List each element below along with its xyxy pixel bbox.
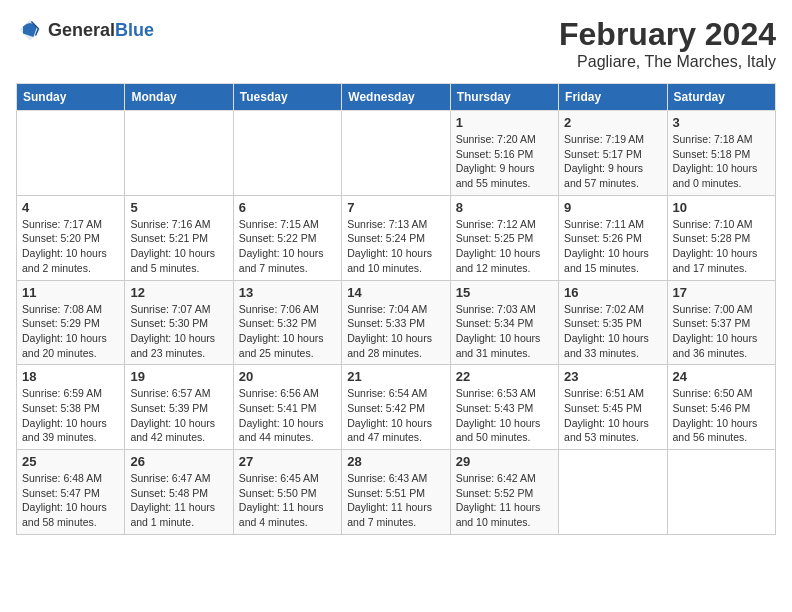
day-number: 27	[239, 454, 336, 469]
day-info: Sunrise: 7:19 AM Sunset: 5:17 PM Dayligh…	[564, 132, 661, 191]
calendar-cell: 13Sunrise: 7:06 AM Sunset: 5:32 PM Dayli…	[233, 280, 341, 365]
day-number: 18	[22, 369, 119, 384]
calendar-cell: 26Sunrise: 6:47 AM Sunset: 5:48 PM Dayli…	[125, 450, 233, 535]
day-number: 17	[673, 285, 770, 300]
day-number: 19	[130, 369, 227, 384]
day-number: 29	[456, 454, 553, 469]
day-info: Sunrise: 6:56 AM Sunset: 5:41 PM Dayligh…	[239, 386, 336, 445]
calendar-cell: 28Sunrise: 6:43 AM Sunset: 5:51 PM Dayli…	[342, 450, 450, 535]
calendar-cell: 10Sunrise: 7:10 AM Sunset: 5:28 PM Dayli…	[667, 195, 775, 280]
day-number: 23	[564, 369, 661, 384]
logo-blue: Blue	[115, 20, 154, 40]
day-info: Sunrise: 6:51 AM Sunset: 5:45 PM Dayligh…	[564, 386, 661, 445]
calendar-header-row: SundayMondayTuesdayWednesdayThursdayFrid…	[17, 84, 776, 111]
day-info: Sunrise: 6:57 AM Sunset: 5:39 PM Dayligh…	[130, 386, 227, 445]
day-number: 4	[22, 200, 119, 215]
day-number: 21	[347, 369, 444, 384]
calendar-cell: 29Sunrise: 6:42 AM Sunset: 5:52 PM Dayli…	[450, 450, 558, 535]
day-number: 26	[130, 454, 227, 469]
day-info: Sunrise: 7:06 AM Sunset: 5:32 PM Dayligh…	[239, 302, 336, 361]
header-friday: Friday	[559, 84, 667, 111]
day-info: Sunrise: 7:08 AM Sunset: 5:29 PM Dayligh…	[22, 302, 119, 361]
day-info: Sunrise: 6:47 AM Sunset: 5:48 PM Dayligh…	[130, 471, 227, 530]
header-thursday: Thursday	[450, 84, 558, 111]
day-number: 7	[347, 200, 444, 215]
day-info: Sunrise: 7:16 AM Sunset: 5:21 PM Dayligh…	[130, 217, 227, 276]
header-monday: Monday	[125, 84, 233, 111]
day-number: 13	[239, 285, 336, 300]
calendar-cell: 16Sunrise: 7:02 AM Sunset: 5:35 PM Dayli…	[559, 280, 667, 365]
calendar-cell: 23Sunrise: 6:51 AM Sunset: 5:45 PM Dayli…	[559, 365, 667, 450]
day-info: Sunrise: 7:00 AM Sunset: 5:37 PM Dayligh…	[673, 302, 770, 361]
calendar-week-row: 25Sunrise: 6:48 AM Sunset: 5:47 PM Dayli…	[17, 450, 776, 535]
calendar-cell: 25Sunrise: 6:48 AM Sunset: 5:47 PM Dayli…	[17, 450, 125, 535]
day-info: Sunrise: 7:17 AM Sunset: 5:20 PM Dayligh…	[22, 217, 119, 276]
day-info: Sunrise: 7:11 AM Sunset: 5:26 PM Dayligh…	[564, 217, 661, 276]
day-info: Sunrise: 7:15 AM Sunset: 5:22 PM Dayligh…	[239, 217, 336, 276]
day-info: Sunrise: 7:03 AM Sunset: 5:34 PM Dayligh…	[456, 302, 553, 361]
day-info: Sunrise: 6:54 AM Sunset: 5:42 PM Dayligh…	[347, 386, 444, 445]
calendar-cell: 6Sunrise: 7:15 AM Sunset: 5:22 PM Daylig…	[233, 195, 341, 280]
title-block: February 2024 Pagliare, The Marches, Ita…	[559, 16, 776, 71]
day-info: Sunrise: 6:45 AM Sunset: 5:50 PM Dayligh…	[239, 471, 336, 530]
calendar-cell: 22Sunrise: 6:53 AM Sunset: 5:43 PM Dayli…	[450, 365, 558, 450]
day-number: 24	[673, 369, 770, 384]
day-number: 16	[564, 285, 661, 300]
calendar-cell: 1Sunrise: 7:20 AM Sunset: 5:16 PM Daylig…	[450, 111, 558, 196]
day-number: 9	[564, 200, 661, 215]
day-info: Sunrise: 7:07 AM Sunset: 5:30 PM Dayligh…	[130, 302, 227, 361]
calendar-week-row: 11Sunrise: 7:08 AM Sunset: 5:29 PM Dayli…	[17, 280, 776, 365]
calendar-cell	[667, 450, 775, 535]
day-info: Sunrise: 6:53 AM Sunset: 5:43 PM Dayligh…	[456, 386, 553, 445]
calendar-cell: 14Sunrise: 7:04 AM Sunset: 5:33 PM Dayli…	[342, 280, 450, 365]
day-info: Sunrise: 7:13 AM Sunset: 5:24 PM Dayligh…	[347, 217, 444, 276]
page-header: GeneralBlue February 2024 Pagliare, The …	[16, 16, 776, 71]
day-info: Sunrise: 7:10 AM Sunset: 5:28 PM Dayligh…	[673, 217, 770, 276]
day-number: 28	[347, 454, 444, 469]
logo: GeneralBlue	[16, 16, 154, 44]
day-number: 1	[456, 115, 553, 130]
day-number: 10	[673, 200, 770, 215]
logo-general: General	[48, 20, 115, 40]
day-info: Sunrise: 7:18 AM Sunset: 5:18 PM Dayligh…	[673, 132, 770, 191]
calendar-cell: 27Sunrise: 6:45 AM Sunset: 5:50 PM Dayli…	[233, 450, 341, 535]
logo-icon	[16, 16, 44, 44]
header-saturday: Saturday	[667, 84, 775, 111]
calendar-cell	[125, 111, 233, 196]
calendar-cell: 8Sunrise: 7:12 AM Sunset: 5:25 PM Daylig…	[450, 195, 558, 280]
day-number: 22	[456, 369, 553, 384]
day-number: 11	[22, 285, 119, 300]
calendar-cell: 5Sunrise: 7:16 AM Sunset: 5:21 PM Daylig…	[125, 195, 233, 280]
day-info: Sunrise: 7:20 AM Sunset: 5:16 PM Dayligh…	[456, 132, 553, 191]
day-number: 14	[347, 285, 444, 300]
calendar-table: SundayMondayTuesdayWednesdayThursdayFrid…	[16, 83, 776, 535]
calendar-cell: 9Sunrise: 7:11 AM Sunset: 5:26 PM Daylig…	[559, 195, 667, 280]
day-info: Sunrise: 7:04 AM Sunset: 5:33 PM Dayligh…	[347, 302, 444, 361]
calendar-cell	[233, 111, 341, 196]
calendar-cell	[342, 111, 450, 196]
calendar-week-row: 18Sunrise: 6:59 AM Sunset: 5:38 PM Dayli…	[17, 365, 776, 450]
day-number: 5	[130, 200, 227, 215]
day-number: 12	[130, 285, 227, 300]
day-info: Sunrise: 6:59 AM Sunset: 5:38 PM Dayligh…	[22, 386, 119, 445]
calendar-cell: 15Sunrise: 7:03 AM Sunset: 5:34 PM Dayli…	[450, 280, 558, 365]
calendar-cell: 21Sunrise: 6:54 AM Sunset: 5:42 PM Dayli…	[342, 365, 450, 450]
calendar-cell: 17Sunrise: 7:00 AM Sunset: 5:37 PM Dayli…	[667, 280, 775, 365]
day-number: 2	[564, 115, 661, 130]
calendar-week-row: 4Sunrise: 7:17 AM Sunset: 5:20 PM Daylig…	[17, 195, 776, 280]
month-title: February 2024	[559, 16, 776, 53]
calendar-cell	[559, 450, 667, 535]
header-sunday: Sunday	[17, 84, 125, 111]
calendar-cell: 3Sunrise: 7:18 AM Sunset: 5:18 PM Daylig…	[667, 111, 775, 196]
calendar-cell: 7Sunrise: 7:13 AM Sunset: 5:24 PM Daylig…	[342, 195, 450, 280]
day-number: 8	[456, 200, 553, 215]
calendar-cell: 2Sunrise: 7:19 AM Sunset: 5:17 PM Daylig…	[559, 111, 667, 196]
day-info: Sunrise: 6:50 AM Sunset: 5:46 PM Dayligh…	[673, 386, 770, 445]
calendar-cell: 24Sunrise: 6:50 AM Sunset: 5:46 PM Dayli…	[667, 365, 775, 450]
day-info: Sunrise: 7:12 AM Sunset: 5:25 PM Dayligh…	[456, 217, 553, 276]
calendar-week-row: 1Sunrise: 7:20 AM Sunset: 5:16 PM Daylig…	[17, 111, 776, 196]
day-info: Sunrise: 6:43 AM Sunset: 5:51 PM Dayligh…	[347, 471, 444, 530]
location-title: Pagliare, The Marches, Italy	[559, 53, 776, 71]
calendar-cell: 19Sunrise: 6:57 AM Sunset: 5:39 PM Dayli…	[125, 365, 233, 450]
calendar-cell: 11Sunrise: 7:08 AM Sunset: 5:29 PM Dayli…	[17, 280, 125, 365]
